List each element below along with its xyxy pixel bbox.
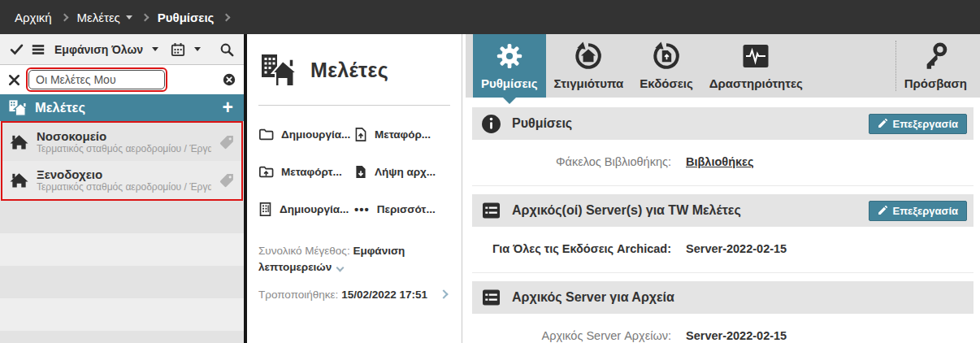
sidebar: Εμφάνιση Όλων Μελέτες + [0,34,247,343]
upload-folder-button[interactable]: Μεταφόρτ... [258,164,354,180]
divider [258,105,450,106]
version-cycle-file-icon [651,40,682,72]
list-empty-row [0,331,244,343]
server-icon [481,288,501,307]
tab-access[interactable]: Πρόσβαση [896,34,980,98]
sidebar-search-row [0,65,244,94]
total-size-label: Συνολικό Μέγεθος: [258,245,350,257]
main-panel: Ρυθμίσεις Στιγμιότυπα Εκδόσεις Δραστηριό… [466,34,980,343]
section-settings: Ρυθμίσεις Επεξεργασία Φάκελος Βιβλιοθήκη… [472,107,973,186]
action-label: Μεταφόρ... [375,128,431,141]
chevron-right-icon[interactable] [439,289,448,298]
breadcrumb-projects-label: Μελέτες [77,11,120,24]
download-file-button[interactable]: Λήψη αρχ... [354,164,450,180]
activity-pulse-icon [741,40,770,72]
pencil-icon [878,206,887,215]
item-title: Ξενοδοχειο [37,167,211,181]
gear-icon [496,40,523,72]
calendar-icon[interactable] [171,42,185,57]
breadcrumb-current-page: Ρυθμίσεις [158,11,215,24]
list-empty-row [0,233,244,266]
tab-label: Δραστηριότητες [709,76,803,90]
detail-panel: Μελέτες Δημιουργία... Μεταφόρ... Μεταφόρ… [247,34,462,343]
select-check-icon[interactable] [10,42,24,56]
settings-content: Ρυθμίσεις Επεξεργασία Φάκελος Βιβλιοθήκη… [466,98,980,343]
row-label: Φάκελος Βιβλιοθήκης: [472,155,671,168]
breadcrumb: Αρχική Μελέτες Ρυθμίσεις [0,0,980,34]
list-empty-row [0,266,244,298]
library-folder-row: Φάκελος Βιβλιοθήκης: Βιβλιοθήκες [472,140,973,185]
tab-versions[interactable]: Εκδόσεις [631,34,700,98]
tab-label: Στιγμιότυπα [554,76,624,90]
clear-search-icon[interactable] [223,73,236,86]
modified-row: Τροποποιήθηκε: 15/02/2022 17:51 [258,289,450,301]
chevron-down-icon [126,15,132,20]
edit-button-label: Επεξεργασία [892,118,958,130]
action-label: Δημιουργία... [281,128,350,141]
action-label: Δημιουργία... [280,203,349,215]
create-folder-button[interactable]: Δημιουργία... [258,127,354,142]
row-value: Server-2022-02-15 [686,329,787,342]
modified-label: Τροποποιήθηκε: [258,289,338,301]
more-actions-button[interactable]: ••• Περισσότ... [354,202,450,217]
row-label: Για Όλες τις Εκδόσεις Archicad: [472,242,671,255]
section-title: Αρχικός(οί) Server(s) για TW Μελέτες [512,203,858,218]
breadcrumb-home[interactable]: Αρχική [15,11,52,24]
detail-title: Μελέτες [310,59,388,82]
actions-grid: Δημιουργία... Μεταφόρ... Μεταφόρτ... Λήψ… [258,127,450,217]
tab-label: Εκδόσεις [640,76,692,90]
list-item-hospital[interactable]: Νοσοκομείο Τερματικός σταθμός αεροδρομίο… [2,123,241,161]
menu-icon[interactable] [31,42,46,57]
filter-dropdown[interactable]: Εμφάνιση Όλων [54,43,143,56]
tab-settings[interactable]: Ρυθμίσεις [473,34,546,98]
sidebar-list-header: Μελέτες + [0,94,244,121]
house-icon [9,132,29,151]
tab-label: Ρυθμίσεις [481,76,538,90]
row-label: Αρχικός Server Αρχείων: [472,329,671,342]
search-input[interactable] [28,70,165,89]
total-size-row: Συνολικό Μέγεθος: Εμφάνιση λεπτομερειών [258,243,425,276]
tab-label: Πρόσβαση [904,76,967,90]
item-title: Νοσοκομείο [37,129,211,143]
file-download-icon [354,164,367,180]
add-project-button[interactable]: + [223,98,236,117]
section-file-server: Αρχικός Server για Αρχεία Αρχικός Server… [472,281,973,343]
library-folder-link[interactable]: Βιβλιοθήκες [686,155,754,168]
create-project-button[interactable]: Δημιουργία... [258,202,354,217]
search-icon[interactable] [219,42,234,57]
list-empty-row [0,201,244,233]
chevron-right-icon [60,13,68,21]
folder-icon [258,128,274,141]
section-title: Αρχικός Server για Αρχεία [512,290,967,305]
close-icon[interactable] [8,74,20,86]
annotation-highlight-search [26,67,167,92]
chevron-down-icon[interactable] [194,47,201,51]
chevron-down-icon[interactable] [336,264,345,272]
edit-host-servers-button[interactable]: Επεξεργασία [869,201,967,221]
building-icon [258,202,272,217]
edit-settings-button[interactable]: Επεξεργασία [869,114,967,134]
tab-snapshots[interactable]: Στιγμιότυπα [546,34,632,98]
list-item-hotel[interactable]: Ξενοδοχειο Τερματικός σταθμός αεροδρομίο… [2,161,241,199]
house-icon [9,171,29,189]
file-server-row: Αρχικός Server Αρχείων: Server-2022-02-1… [472,314,973,343]
more-icon: ••• [354,202,370,216]
chevron-down-icon[interactable] [152,47,158,51]
tab-activities[interactable]: Δραστηριότητες [701,34,811,98]
list-empty-row [0,298,244,331]
annotation-highlight-items: Νοσοκομείο Τερματικός σταθμός αεροδρομίο… [1,121,243,201]
sidebar-list-title: Μελέτες [35,100,85,115]
sidebar-toolbar: Εμφάνιση Όλων [0,34,244,65]
section-title: Ρυθμίσεις [512,116,858,131]
item-subtitle: Τερματικός σταθμός αεροδρομίου / Έργα ομ… [37,181,211,193]
section-host-servers: Αρχικός(οί) Server(s) για TW Μελέτες Επε… [472,194,973,273]
action-label: Περισσότ... [377,203,436,215]
tabbar: Ρυθμίσεις Στιγμιότυπα Εκδόσεις Δραστηριό… [466,34,980,98]
item-subtitle: Τερματικός σταθμός αεροδρομίου / Έργα ομ… [37,143,211,154]
snapshot-cycle-house-icon [573,40,604,72]
upload-file-button[interactable]: Μεταφόρ... [354,127,450,142]
breadcrumb-projects[interactable]: Μελέτες [77,11,132,24]
modified-value: 15/02/2022 17:51 [341,289,427,301]
chevron-right-icon [141,13,149,21]
projects-large-icon [258,51,299,89]
